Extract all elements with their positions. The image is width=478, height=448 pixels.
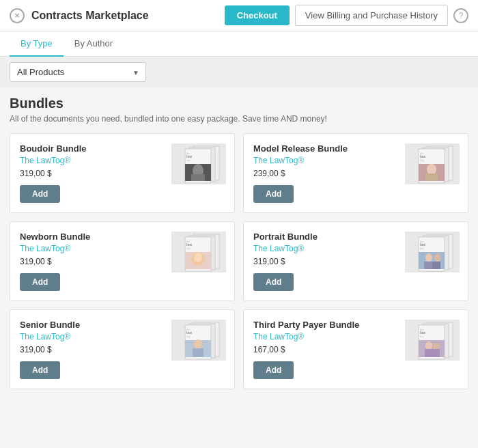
- bundle-name: Portrait Bundle: [253, 232, 398, 242]
- app-header: × Contracts Marketplace Checkout View Bi…: [0, 0, 478, 31]
- bundle-card-top: Third Party Payer Bundle The LawTog® 167…: [253, 320, 460, 379]
- section-description: All of the documents you need, bundled i…: [10, 114, 468, 124]
- section-title: Bundles: [10, 96, 468, 111]
- add-button-newborn[interactable]: Add: [20, 273, 60, 291]
- bundle-name: Newborn Bundle: [20, 232, 165, 242]
- bundle-info: Third Party Payer Bundle The LawTog® 167…: [253, 320, 398, 379]
- bundle-card-senior: Senior Bundle The LawTog® 319,00 $ Add t…: [10, 309, 235, 389]
- bundle-card-top: Boudoir Bundle The LawTog® 319,00 $ Add …: [20, 143, 226, 203]
- filter-select-wrap: All Products Bundles Individual Contract…: [10, 62, 146, 82]
- bundle-name: Model Release Bundle: [253, 143, 398, 154]
- bundle-thumbnail-newborn: the law tog: [171, 232, 226, 272]
- svg-point-38: [425, 253, 432, 262]
- bundle-price: 319,00 $: [20, 169, 165, 178]
- svg-rect-62: [425, 349, 440, 357]
- bundle-author[interactable]: The LawTog®: [20, 156, 165, 165]
- add-button-model-release[interactable]: Add: [253, 185, 294, 203]
- close-icon: ×: [14, 10, 20, 20]
- svg-text:tog: tog: [186, 247, 191, 250]
- tabs-bar: By Type By Author: [0, 31, 478, 57]
- main-content: Bundles All of the documents you need, b…: [0, 87, 478, 397]
- bundle-thumbnail-portrait: the law tog: [405, 232, 460, 272]
- bundle-name: Boudoir Bundle: [20, 143, 165, 154]
- add-button-third-party[interactable]: Add: [253, 361, 294, 379]
- bundle-author[interactable]: The LawTog®: [253, 156, 398, 165]
- tab-by-type[interactable]: By Type: [10, 31, 64, 57]
- bundle-author[interactable]: The LawTog®: [253, 244, 398, 253]
- bundle-card-model-release: Model Release Bundle The LawTog® 239,00 …: [243, 133, 468, 213]
- bundle-thumbnail-senior: the law tog: [171, 320, 226, 361]
- add-button-portrait[interactable]: Add: [253, 273, 294, 291]
- bundle-card-newborn: Newborn Bundle The LawTog® 319,00 $ Add …: [10, 221, 235, 301]
- bundle-card-top: Senior Bundle The LawTog® 319,00 $ Add t…: [20, 320, 226, 379]
- svg-rect-9: [191, 174, 205, 181]
- bundle-price: 239,00 $: [253, 169, 398, 178]
- svg-rect-19: [425, 173, 438, 181]
- svg-text:tog: tog: [186, 158, 191, 162]
- close-button[interactable]: ×: [10, 8, 25, 23]
- bundles-grid: Boudoir Bundle The LawTog® 319,00 $ Add …: [10, 133, 468, 389]
- tab-by-author[interactable]: By Author: [64, 31, 124, 57]
- svg-rect-40: [424, 262, 434, 269]
- bundle-author[interactable]: The LawTog®: [253, 332, 398, 341]
- bundle-card-top: Model Release Bundle The LawTog® 239,00 …: [253, 143, 460, 203]
- bundle-info: Portrait Bundle The LawTog® 319,00 $ Add: [253, 232, 398, 291]
- bundle-thumbnail-boudoir: the law tog: [171, 143, 226, 184]
- bundle-name: Senior Bundle: [20, 320, 165, 330]
- svg-point-60: [425, 341, 432, 350]
- svg-point-50: [194, 339, 202, 349]
- svg-text:tog: tog: [420, 247, 424, 250]
- bundle-price: 319,00 $: [20, 345, 165, 354]
- bundle-price: 319,00 $: [253, 257, 398, 266]
- bundle-author[interactable]: The LawTog®: [20, 332, 165, 341]
- help-button[interactable]: ?: [453, 8, 468, 23]
- svg-point-39: [434, 253, 441, 262]
- svg-text:tog: tog: [186, 335, 191, 338]
- svg-rect-51: [193, 348, 203, 357]
- bundle-card-top: Newborn Bundle The LawTog® 319,00 $ Add …: [20, 232, 226, 291]
- bundle-info: Boudoir Bundle The LawTog® 319,00 $ Add: [20, 143, 165, 203]
- billing-button[interactable]: View Billing and Purchase History: [295, 5, 448, 26]
- bundle-thumbnail-model-release: the law tog: [405, 143, 460, 184]
- bundle-card-top: Portrait Bundle The LawTog® 319,00 $ Add…: [253, 232, 460, 291]
- add-button-senior[interactable]: Add: [20, 361, 60, 379]
- app-title: Contracts Marketplace: [31, 10, 225, 22]
- svg-point-29: [194, 253, 202, 262]
- svg-text:tog: tog: [420, 335, 424, 338]
- help-icon: ?: [459, 11, 464, 20]
- bundle-thumbnail-third-party: the law tog: [405, 320, 460, 361]
- bundle-card-boudoir: Boudoir Bundle The LawTog® 319,00 $ Add …: [10, 133, 235, 213]
- checkout-button[interactable]: Checkout: [225, 5, 290, 25]
- svg-text:tog: tog: [420, 158, 424, 162]
- bundle-card-portrait: Portrait Bundle The LawTog® 319,00 $ Add…: [243, 221, 468, 301]
- bundle-info: Senior Bundle The LawTog® 319,00 $ Add: [20, 320, 165, 379]
- bundle-info: Newborn Bundle The LawTog® 319,00 $ Add: [20, 232, 165, 291]
- product-filter-select[interactable]: All Products Bundles Individual Contract…: [10, 62, 146, 82]
- bundle-card-third-party: Third Party Payer Bundle The LawTog® 167…: [243, 309, 468, 389]
- svg-point-18: [427, 164, 436, 175]
- add-button-boudoir[interactable]: Add: [20, 185, 60, 203]
- bundle-price: 319,00 $: [20, 257, 165, 266]
- filter-bar: All Products Bundles Individual Contract…: [0, 57, 478, 87]
- bundle-info: Model Release Bundle The LawTog® 239,00 …: [253, 143, 398, 203]
- svg-rect-41: [432, 262, 440, 269]
- bundle-name: Third Party Payer Bundle: [253, 320, 398, 330]
- bundle-price: 167,00 $: [253, 345, 398, 354]
- bundle-author[interactable]: The LawTog®: [20, 244, 165, 253]
